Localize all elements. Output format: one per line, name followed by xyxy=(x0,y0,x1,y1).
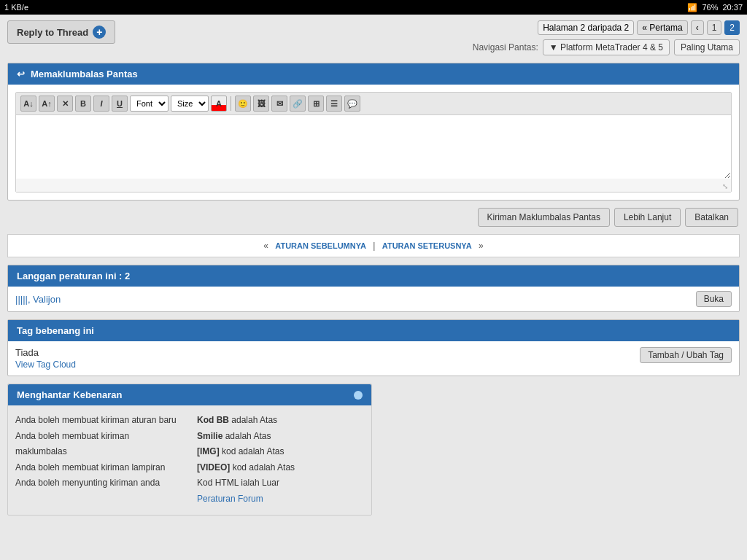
remove-format-button[interactable]: ✕ xyxy=(57,96,73,112)
prev-page-button[interactable]: ‹ xyxy=(691,20,704,35)
metatrader-nav-button[interactable]: ▼ Platform MetaTrader 4 & 5 xyxy=(543,39,670,55)
font-size-decrease-button[interactable]: A↓ xyxy=(20,96,36,112)
wifi-icon: 📶 xyxy=(687,3,697,12)
perm-left-item-4: Anda boleh menyunting kiriman anda xyxy=(15,475,182,491)
insert-table-button[interactable]: ⊞ xyxy=(308,96,324,112)
subscribers-title: Langgan peraturan ini : 2 xyxy=(17,271,130,281)
prev-rule-prefix: « xyxy=(263,241,271,251)
next-rule-link[interactable]: ATURAN SETERUSNYA xyxy=(382,241,472,250)
italic-button[interactable]: I xyxy=(93,96,109,112)
reply-panel-header: ↩ Memaklumbalas Pantas xyxy=(8,63,739,85)
subscriber-row: |||||, Valijon Buka xyxy=(8,287,739,311)
view-tag-cloud-link[interactable]: View Tag Cloud xyxy=(15,359,76,370)
nav-label: Navigasi Pantas: xyxy=(473,42,538,52)
page-dropdown[interactable]: Halaman 2 daripada 2 xyxy=(538,20,634,35)
reply-to-thread-button[interactable]: Reply to Thread + xyxy=(7,20,115,44)
tags-title: Tag bebenang ini xyxy=(17,325,94,336)
first-page-button[interactable]: « Pertama xyxy=(637,20,687,35)
reply-panel-body: A↓ A↑ ✕ B I U Font Size A 🙂 🖼 xyxy=(8,85,739,200)
perm-smilie: Smilie adalah Atas xyxy=(197,429,364,445)
open-subscriber-button[interactable]: Buka xyxy=(696,291,732,307)
reply-arrow-icon: ↩ xyxy=(17,69,25,79)
more-options-button[interactable]: Lebih Lanjut xyxy=(614,208,681,227)
perm-video: [VIDEO] kod adalah Atas xyxy=(197,460,364,476)
perm-html: Kod HTML ialah Luar xyxy=(197,475,364,491)
bold-button[interactable]: B xyxy=(75,96,91,112)
page-1-button[interactable]: 1 xyxy=(707,20,722,35)
reply-panel: ↩ Memaklumbalas Pantas A↓ A↑ ✕ B I U Fon… xyxy=(7,63,740,201)
battery-level: 76% xyxy=(702,3,718,12)
subscribers-header: Langgan peraturan ini : 2 xyxy=(8,265,739,287)
font-select[interactable]: Font xyxy=(130,96,169,112)
underline-button[interactable]: U xyxy=(112,96,128,112)
permissions-circle-icon xyxy=(354,391,363,400)
perm-left-item-1: Anda boleh membuat kiriman aturan baru xyxy=(15,413,182,429)
font-color-button[interactable]: A xyxy=(211,96,227,112)
size-select[interactable]: Size xyxy=(171,96,209,112)
add-tag-button[interactable]: Tambah / Ubah Tag xyxy=(640,347,732,363)
perm-img: [IMG] kod adalah Atas xyxy=(197,444,364,460)
tag-body: Tiada View Tag Cloud Tambah / Ubah Tag xyxy=(8,341,739,376)
pagination-area: Halaman 2 daripada 2 « Pertama ‹ 1 2 Nav… xyxy=(473,20,740,55)
permissions-right: Kod BB adalah Atas Smilie adalah Atas [I… xyxy=(197,413,364,508)
insert-link-button[interactable]: 🔗 xyxy=(290,96,306,112)
permissions-panel: Menghantar Kebenaran Anda boleh membuat … xyxy=(7,384,372,516)
action-buttons: Kiriman Maklumbalas Pantas Lebih Lanjut … xyxy=(7,208,740,227)
reply-label: Reply to Thread xyxy=(17,27,88,38)
toolbar-divider xyxy=(231,96,231,111)
cancel-button[interactable]: Batalkan xyxy=(685,208,738,227)
insert-email-button[interactable]: ✉ xyxy=(271,96,287,112)
utama-nav-button[interactable]: Paling Utama xyxy=(674,39,740,55)
message-textarea[interactable] xyxy=(16,115,731,179)
permissions-body: Anda boleh membuat kiriman aturan baru A… xyxy=(8,405,371,515)
insert-image-button[interactable]: 🖼 xyxy=(253,96,269,112)
subscriber-link[interactable]: |||||, Valijon xyxy=(15,294,61,305)
permissions-left: Anda boleh membuat kiriman aturan baru A… xyxy=(15,413,182,508)
perm-bb-code: Kod BB adalah Atas xyxy=(197,413,364,429)
clock: 20:37 xyxy=(722,3,743,12)
permissions-header: Menghantar Kebenaran xyxy=(8,384,371,405)
rule-separator: | xyxy=(373,241,377,251)
permissions-title: Menghantar Kebenaran xyxy=(17,389,122,400)
tag-left: Tiada View Tag Cloud xyxy=(15,347,76,370)
submit-reply-button[interactable]: Kiriman Maklumbalas Pantas xyxy=(478,208,610,227)
next-rule-suffix: » xyxy=(479,241,484,251)
insert-quote-button[interactable]: 💬 xyxy=(344,96,360,112)
plus-icon: + xyxy=(93,26,106,39)
page-2-button[interactable]: 2 xyxy=(724,20,740,35)
subscribers-panel: Langgan peraturan ini : 2 |||||, Valijon… xyxy=(7,265,740,312)
tag-none-label: Tiada xyxy=(15,347,39,358)
tags-header: Tag bebenang ini xyxy=(8,320,739,341)
forum-rules-link[interactable]: Peraturan Forum xyxy=(197,494,263,504)
status-bar: 1 KB/e 📶 76% 20:37 xyxy=(0,0,747,15)
top-toolbar: Reply to Thread + Halaman 2 daripada 2 «… xyxy=(7,20,740,55)
data-usage: 1 KB/e xyxy=(4,3,28,12)
insert-list-button[interactable]: ☰ xyxy=(326,96,342,112)
font-size-increase-button[interactable]: A↑ xyxy=(39,96,55,112)
reply-panel-title: Memaklumbalas Pantas xyxy=(31,69,138,79)
editor-container: A↓ A↑ ✕ B I U Font Size A 🙂 🖼 xyxy=(15,92,732,192)
resize-handle: ⤡ xyxy=(16,181,731,192)
perm-left-item-2: Anda boleh membuat kiriman maklumbalas xyxy=(15,429,182,460)
rules-links-bar: « ATURAN SEBELUMNYA | ATURAN SETERUSNYA … xyxy=(7,234,740,257)
perm-forum-rules: Peraturan Forum xyxy=(197,491,364,508)
prev-rule-link[interactable]: ATURAN SEBELUMNYA xyxy=(275,241,366,250)
perm-left-item-3: Anda boleh membuat kiriman lampiran xyxy=(15,460,182,476)
smilie-button[interactable]: 🙂 xyxy=(235,96,251,112)
editor-toolbar: A↓ A↑ ✕ B I U Font Size A 🙂 🖼 xyxy=(16,93,731,115)
tags-panel: Tag bebenang ini Tiada View Tag Cloud Ta… xyxy=(7,319,740,376)
